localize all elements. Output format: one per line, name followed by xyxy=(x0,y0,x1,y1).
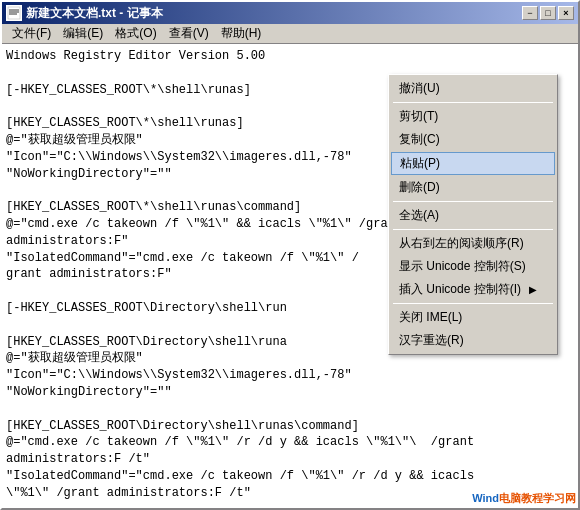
app-icon xyxy=(6,5,22,21)
ctx-close-ime[interactable]: 关闭 IME(L) xyxy=(389,306,557,329)
ctx-delete[interactable]: 删除(D) xyxy=(389,176,557,199)
close-button[interactable]: × xyxy=(558,6,574,20)
ctx-sep-1 xyxy=(393,102,553,103)
minimize-button[interactable]: − xyxy=(522,6,538,20)
window-controls: − □ × xyxy=(522,6,574,20)
menu-format[interactable]: 格式(O) xyxy=(109,23,162,44)
ctx-show-unicode[interactable]: 显示 Unicode 控制符(S) xyxy=(389,255,557,278)
ctx-paste[interactable]: 粘贴(P) xyxy=(391,152,555,175)
ctx-undo[interactable]: 撤消(U) xyxy=(389,77,557,100)
titlebar-left: 新建文本文档.txt - 记事本 xyxy=(6,5,163,22)
context-menu: 撤消(U) 剪切(T) 复制(C) 粘贴(P) 删除(D) 全选(A) 从右到左… xyxy=(388,74,558,355)
menubar: 文件(F) 编辑(E) 格式(O) 查看(V) 帮助(H) xyxy=(2,24,578,44)
ctx-sep-2 xyxy=(393,201,553,202)
window-title: 新建文本文档.txt - 记事本 xyxy=(26,5,163,22)
ctx-copy[interactable]: 复制(C) xyxy=(389,128,557,151)
titlebar: 新建文本文档.txt - 记事本 − □ × xyxy=(2,2,578,24)
menu-help[interactable]: 帮助(H) xyxy=(215,23,268,44)
ctx-insert-unicode-label: 插入 Unicode 控制符(I) xyxy=(399,281,521,298)
ctx-insert-unicode[interactable]: 插入 Unicode 控制符(I) ▶ xyxy=(389,278,557,301)
menu-file[interactable]: 文件(F) xyxy=(6,23,57,44)
svg-rect-0 xyxy=(8,7,20,19)
ctx-rtl[interactable]: 从右到左的阅读顺序(R) xyxy=(389,232,557,255)
menu-view[interactable]: 查看(V) xyxy=(163,23,215,44)
ctx-sep-3 xyxy=(393,229,553,230)
main-window: 新建文本文档.txt - 记事本 − □ × 文件(F) 编辑(E) 格式(O)… xyxy=(0,0,580,510)
menu-edit[interactable]: 编辑(E) xyxy=(57,23,109,44)
maximize-button[interactable]: □ xyxy=(540,6,556,20)
ctx-reconvert[interactable]: 汉字重选(R) xyxy=(389,329,557,352)
ctx-select-all[interactable]: 全选(A) xyxy=(389,204,557,227)
ctx-sep-4 xyxy=(393,303,553,304)
editor-wrapper: Windows Registry Editor Version 5.00 [-H… xyxy=(2,44,578,508)
ctx-cut[interactable]: 剪切(T) xyxy=(389,105,557,128)
ctx-submenu-arrow: ▶ xyxy=(529,284,537,295)
